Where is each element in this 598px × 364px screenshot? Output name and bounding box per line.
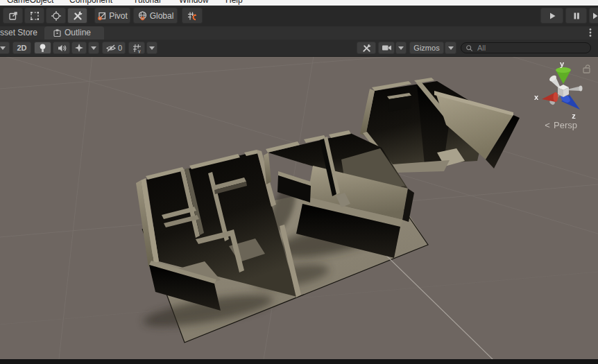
global-label: Global — [150, 11, 174, 21]
window-tab-bar: sset Store Outline — [0, 26, 598, 40]
menu-gameobject[interactable]: GameObject — [7, 0, 53, 5]
menu-window[interactable]: Window — [179, 0, 209, 5]
unity-editor-window: y x z < Persp GameObject Component Tutor… — [0, 0, 598, 364]
global-globe-icon — [137, 10, 148, 21]
gizmo-y-label: y — [560, 60, 565, 68]
kebab-menu-icon[interactable] — [586, 28, 595, 37]
grid-dropdown[interactable] — [146, 42, 157, 54]
global-toggle-button[interactable]: Global — [133, 8, 178, 24]
eye-off-icon — [105, 44, 117, 53]
tab-outline[interactable]: Outline — [65, 28, 91, 37]
pause-icon — [572, 12, 581, 20]
scene-tools-button[interactable] — [357, 42, 376, 54]
custom-tools-button[interactable] — [67, 8, 87, 24]
persp-label: Persp — [554, 120, 577, 130]
os-menu-bar: GameObject Component Tutorial Window Hel… — [0, 0, 598, 6]
tab-asset-store[interactable]: sset Store — [0, 28, 37, 37]
view-tool-button[interactable] — [3, 8, 23, 24]
chevron-down-icon — [91, 46, 96, 50]
main-toolbar: Pivot Global — [0, 6, 598, 27]
chevron-down-icon — [0, 46, 6, 50]
camera-icon — [382, 44, 392, 52]
transform-globe-icon — [51, 10, 62, 21]
menu-help[interactable]: Help — [225, 0, 243, 5]
gizmo-z-label: z — [572, 112, 576, 120]
pivot-icon — [97, 11, 107, 21]
scene-search-input[interactable] — [476, 43, 583, 53]
transform-tool-button[interactable] — [46, 8, 66, 24]
scene-camera-button[interactable] — [378, 42, 395, 54]
draw-mode-dropdown[interactable] — [0, 42, 10, 54]
persp-arrow: < — [545, 120, 550, 130]
hidden-count: 0 — [118, 44, 122, 52]
step-button[interactable] — [589, 8, 598, 24]
effects-toggle-button[interactable] — [71, 42, 87, 54]
audio-toggle-button[interactable] — [53, 42, 70, 54]
scene-view-toolbar: 2D 0 — [0, 40, 598, 57]
svg-text:y: y — [138, 49, 141, 53]
scene-search-box[interactable] — [461, 42, 591, 53]
wrench-icon — [361, 43, 372, 53]
2d-label: 2D — [17, 44, 26, 52]
grid-visibility-button[interactable]: y — [128, 42, 145, 54]
chevron-down-icon — [448, 46, 454, 50]
wrench-icon — [72, 10, 83, 21]
bottom-panel-edge — [0, 359, 598, 364]
step-icon — [592, 12, 598, 20]
lightbulb-icon — [38, 43, 47, 53]
speaker-icon — [57, 44, 67, 53]
gizmos-button[interactable]: Gizmos — [409, 42, 444, 54]
pivot-label: Pivot — [109, 11, 128, 21]
arrow-in-square-icon — [8, 10, 19, 21]
camera-dropdown[interactable] — [395, 42, 407, 54]
gizmos-dropdown[interactable] — [445, 42, 456, 54]
pivot-toggle-button[interactable]: Pivot — [94, 8, 130, 24]
effects-dropdown[interactable] — [88, 42, 99, 54]
scene-visibility-button[interactable]: 0 — [102, 42, 126, 54]
rect-tool-icon — [29, 10, 40, 21]
grid-axis-icon: y — [132, 43, 142, 53]
play-button[interactable] — [540, 8, 563, 24]
outline-tab-icon — [53, 28, 62, 37]
gizmo-x-label: x — [534, 93, 539, 101]
lighting-toggle-button[interactable] — [34, 42, 51, 54]
projection-toggle[interactable]: < Persp — [545, 120, 577, 130]
play-icon — [548, 12, 556, 20]
chevron-down-icon — [149, 46, 155, 50]
gizmos-label: Gizmos — [413, 44, 439, 52]
pause-button[interactable] — [565, 8, 587, 24]
menu-tutorial[interactable]: Tutorial — [133, 0, 161, 5]
rect-tool-button[interactable] — [24, 8, 44, 24]
grid-snap-button[interactable] — [182, 8, 203, 24]
2d-toggle-button[interactable]: 2D — [12, 42, 31, 54]
effects-star-icon — [74, 43, 84, 53]
search-icon — [465, 44, 473, 52]
snap-grid-icon — [187, 10, 198, 21]
menu-component[interactable]: Component — [69, 0, 112, 5]
chevron-down-icon — [398, 46, 404, 50]
